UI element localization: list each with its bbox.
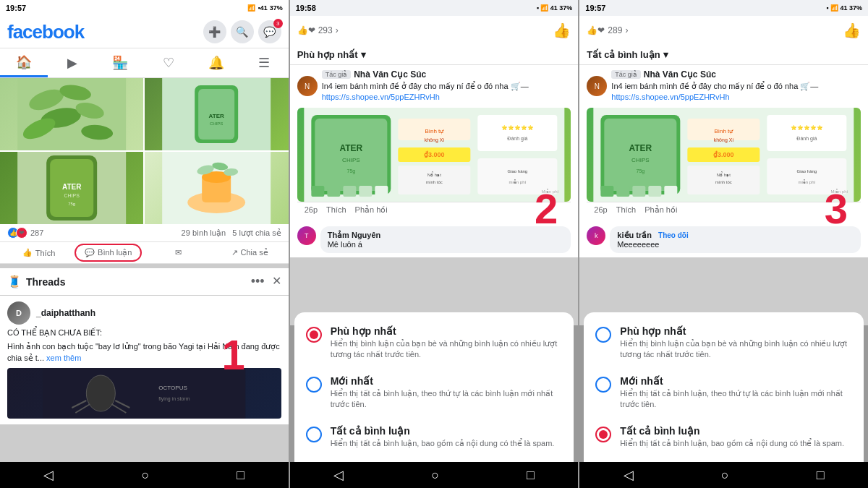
share-icon: ↗ xyxy=(231,248,238,257)
thumbs-up-icon-2[interactable]: 👍 xyxy=(553,22,571,39)
svg-text:⭐⭐⭐⭐⭐: ⭐⭐⭐⭐⭐ xyxy=(501,124,534,131)
home-button-3[interactable]: ○ xyxy=(721,468,729,483)
svg-text:Bình tự: Bình tự xyxy=(425,128,444,134)
nav-video[interactable]: ▶ xyxy=(48,48,95,77)
comment-link-2[interactable]: https://s.shopee.vn/5ppEZHRvHh xyxy=(322,93,440,101)
feed-image-2[interactable]: ATER CHIPS xyxy=(145,78,288,150)
recent-button-2[interactable]: □ xyxy=(527,468,535,483)
reply-action-2[interactable]: Phản hồi xyxy=(355,205,388,215)
svg-text:CHIPS: CHIPS xyxy=(64,193,80,198)
reply-avatar-3: k xyxy=(587,226,605,245)
svg-text:Nổ hạt: Nổ hạt xyxy=(427,171,441,178)
home-button[interactable]: ○ xyxy=(141,468,149,483)
feed-image-3[interactable]: ATER CHIPS 75g xyxy=(0,152,143,224)
sort-radio-best-2 xyxy=(306,327,322,343)
share-label: Chia sẻ xyxy=(241,248,268,257)
phone-panel-1: 19:57 📶 ▪41 37% facebook ➕ 🔍 💬 3 🏠 ▶ 🏪 ♡ xyxy=(0,0,289,488)
reply-action-3[interactable]: Phản hồi xyxy=(644,205,677,215)
sort-label-3[interactable]: Tất cả bình luận xyxy=(587,49,660,60)
post-actions-2: 26p Thích Phản hồi xyxy=(297,202,571,218)
post-header-2: 👍❤ 293 › 👍 xyxy=(290,16,579,45)
recent-button[interactable]: □ xyxy=(237,468,244,483)
sort-label-2[interactable]: Phù hợp nhất xyxy=(297,49,358,60)
nav-home[interactable]: 🏠 xyxy=(0,48,48,77)
threads-more-icon[interactable]: ••• xyxy=(251,274,265,289)
reply-bubble-2: Thảm Nguyên Mê luôn á xyxy=(320,226,571,253)
time-ago-3: 26p xyxy=(594,205,607,214)
follow-button-3[interactable]: Theo dõi xyxy=(658,231,689,239)
share-button[interactable]: ↗ Chia sẻ xyxy=(214,244,286,262)
sort-option-text-newest-3: Mới nhất Hiển thị tất cả bình luận, theo… xyxy=(620,375,852,411)
messenger-badge: 3 xyxy=(273,19,283,28)
like-action-3[interactable]: Thích xyxy=(616,205,637,214)
comment-button[interactable]: 💬 Bình luận xyxy=(75,244,142,262)
threads-close-icon[interactable]: ✕ xyxy=(272,274,281,289)
sort-option-newest-2[interactable]: Mới nhất Hiển thị tất cả bình luận, theo… xyxy=(294,368,574,418)
thread-username[interactable]: _daiphatthanh xyxy=(36,308,95,318)
sort-option-all-2[interactable]: Tất cả bình luận Hiển thị tất cả bình lu… xyxy=(294,418,574,456)
comment-label: Bình luận xyxy=(98,248,132,257)
nav-marketplace[interactable]: 🏪 xyxy=(96,48,144,77)
sort-radio-best-3 xyxy=(595,327,611,343)
time-2: 19:58 xyxy=(296,4,316,12)
back-button-3[interactable]: ◁ xyxy=(624,467,634,483)
svg-rect-35 xyxy=(315,119,387,191)
sort-title-all-3: Tất cả bình luận xyxy=(620,425,852,437)
thumbs-up-icon-3[interactable]: 👍 xyxy=(843,22,861,39)
action-bar: 👍 Thích 💬 Bình luận ✉ ↗ Chia sẻ xyxy=(0,242,289,264)
phone-panel-2: 19:58 ▪ 📶 41 37% 👍❤ 293 › 👍 Phù hợp nhất… xyxy=(290,0,579,488)
feed-image-4[interactable] xyxy=(145,152,288,224)
svg-rect-79 xyxy=(601,186,614,197)
back-button-2[interactable]: ◁ xyxy=(333,467,344,483)
wifi-icon: ▪41 xyxy=(258,4,267,12)
sort-option-text-all-2: Tất cả bình luận Hiển thị tất cả bình lu… xyxy=(331,425,563,449)
home-button-2[interactable]: ○ xyxy=(431,468,439,483)
feed-image-1[interactable] xyxy=(0,78,143,150)
threads-header: 🧵 Threads ••• ✕ xyxy=(0,268,289,295)
svg-rect-80 xyxy=(617,186,630,197)
threads-title: 🧵 Threads xyxy=(7,275,65,288)
svg-text:Giao hàng: Giao hàng xyxy=(797,169,817,174)
like-action-2[interactable]: Thích xyxy=(326,205,346,214)
sort-option-text-best-3: Phù hợp nhất Hiển thị bình luận của bạn … xyxy=(620,325,852,361)
sort-option-best-3[interactable]: Phù hợp nhất Hiển thị bình luận của bạn … xyxy=(584,318,864,368)
svg-text:Giao hàng: Giao hàng xyxy=(507,169,527,174)
sort-desc-all-3: Hiển thị tất cả bình luận, bao gồm cả nộ… xyxy=(620,438,852,449)
recent-button-3[interactable]: □ xyxy=(817,468,825,483)
nav-heart[interactable]: ♡ xyxy=(144,48,192,77)
sort-option-text-best-2: Phù hợp nhất Hiển thị bình luận của bạn … xyxy=(331,325,563,361)
reaction-count-3: 👍❤ 289 › xyxy=(587,25,628,35)
sort-chevron-2[interactable]: ▾ xyxy=(361,49,366,60)
step-number-2: 2 xyxy=(535,188,558,230)
comment-link-3[interactable]: https://s.shopee.vn/5ppEZHRvHh xyxy=(611,93,729,101)
svg-text:miễn phí: miễn phí xyxy=(799,179,816,184)
svg-rect-54 xyxy=(327,186,340,197)
svg-rect-53 xyxy=(311,186,324,197)
header-icons: ➕ 🔍 💬 3 xyxy=(203,20,281,43)
sort-chevron-3[interactable]: ▾ xyxy=(663,49,668,60)
back-button[interactable]: ◁ xyxy=(43,467,54,483)
sort-option-all-3[interactable]: Tất cả bình luận Hiển thị tất cả bình lu… xyxy=(584,418,864,456)
reaction-count-2: 👍❤ 293 › xyxy=(297,25,339,35)
status-bar-1: 19:57 📶 ▪41 37% xyxy=(0,0,289,16)
messenger-button[interactable]: ✉ xyxy=(142,244,213,262)
messenger-icon[interactable]: 💬 3 xyxy=(258,20,281,43)
sort-option-newest-3[interactable]: Mới nhất Hiển thị tất cả bình luận, theo… xyxy=(584,368,864,418)
sort-option-best-2[interactable]: Phù hợp nhất Hiển thị bình luận của bạn … xyxy=(294,318,574,368)
step-number-3: 3 xyxy=(825,188,848,230)
like-button[interactable]: 👍 Thích xyxy=(3,244,75,262)
sort-modal-3[interactable]: Phù hợp nhất Hiển thị bình luận của bạn … xyxy=(584,312,864,462)
svg-text:CHIPS: CHIPS xyxy=(210,121,223,126)
search-icon[interactable]: 🔍 xyxy=(231,20,254,43)
thread-see-more[interactable]: xem thêm xyxy=(46,354,81,362)
svg-text:ATER: ATER xyxy=(629,143,652,153)
svg-text:⭐⭐⭐⭐⭐: ⭐⭐⭐⭐⭐ xyxy=(791,124,823,131)
add-icon[interactable]: ➕ xyxy=(203,20,226,43)
count-3: 289 xyxy=(608,25,622,35)
threads-icon: 🧵 xyxy=(7,275,22,288)
nav-menu[interactable]: ☰ xyxy=(240,48,288,77)
facebook-logo: facebook xyxy=(7,21,84,43)
sort-modal-2[interactable]: Phù hợp nhất Hiển thị bình luận của bạn … xyxy=(294,312,574,462)
author-avatar-3: N xyxy=(587,76,607,96)
nav-bell[interactable]: 🔔 xyxy=(192,48,240,77)
